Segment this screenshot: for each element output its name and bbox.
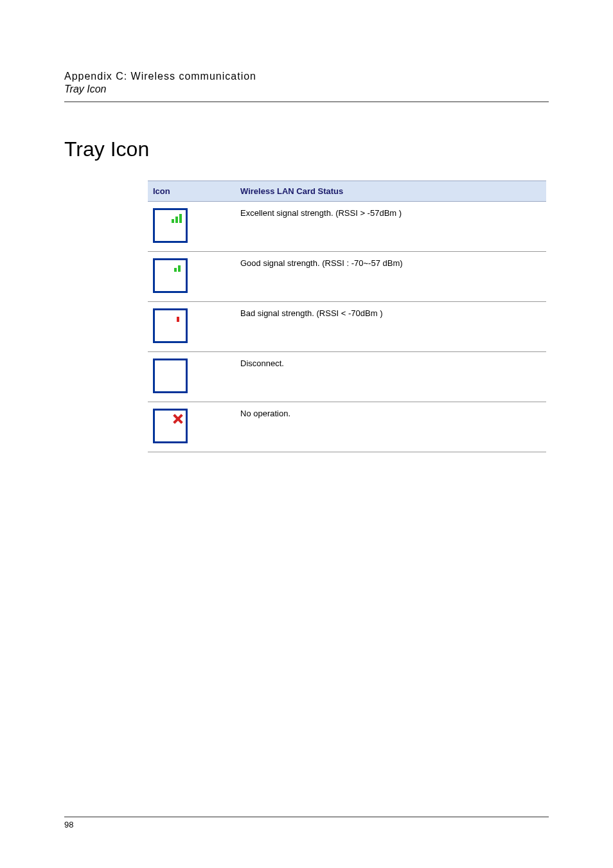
status-text: Disconnect. [235,352,546,402]
signal-disconnect-icon [153,359,188,393]
appendix-subtitle: Tray Icon [64,84,549,95]
page-footer: 98 [64,817,549,829]
page-number: 98 [64,820,549,829]
footer-divider [64,817,549,817]
table-row: Disconnect. [148,352,546,402]
column-header-status: Wireless LAN Card Status [235,181,546,202]
signal-bad-icon [153,308,188,343]
tray-icon-table: Icon Wireless LAN Card Status Excellent … [148,181,546,452]
status-text: Excellent signal strength. (RSSI > -57dB… [235,202,546,252]
status-text: Good signal strength. (RSSI : -70~-57 dB… [235,252,546,302]
signal-excellent-icon [153,208,188,243]
table-row: Bad signal strength. (RSSI < -70dBm ) [148,302,546,352]
signal-nooperation-icon [153,409,188,443]
column-header-icon: Icon [148,181,235,202]
status-text: Bad signal strength. (RSSI < -70dBm ) [235,302,546,352]
running-header: Appendix C: Wireless communication Tray … [64,71,549,102]
status-text: No operation. [235,402,546,452]
signal-good-icon [153,258,188,293]
table-row: Good signal strength. (RSSI : -70~-57 dB… [148,252,546,302]
header-divider [64,102,549,102]
table-row: Excellent signal strength. (RSSI > -57dB… [148,202,546,252]
section-heading: Tray Icon [64,137,549,161]
table-row: No operation. [148,402,546,452]
appendix-title: Appendix C: Wireless communication [64,71,549,82]
